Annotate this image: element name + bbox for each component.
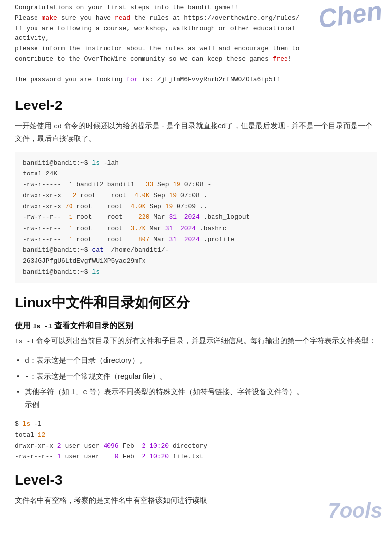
code-year-1: 2024 [184,213,200,221]
code-year-3: 2024 [184,236,200,243]
code-root3a: root root [72,213,138,221]
ls-command-label: ls -l [33,323,52,330]
sub-heading-use-label: 使用 [15,321,33,330]
file-line: -rw-r--r-- [15,453,57,460]
code-n-parent: 70 [65,203,73,210]
code-total: total 24K [23,170,57,177]
code-bash-logout: -rw-r--r-- [23,213,69,221]
ls-sub-heading: 使用 ls -l 查看文件和目录的区别 [15,321,377,331]
terminal-line-1: Congratulations on your first steps into… [15,4,238,11]
ls-l-inline: ls -l [15,338,34,345]
code-file-dash: -rw-r----- 1 bandit2 bandit1 [23,181,142,188]
cd-code: cd [54,123,62,130]
code-root2a: root root [72,203,130,210]
code-size-4: 220 [138,213,149,221]
dollar-sign: $ [15,420,23,428]
ls-flag: -l [30,420,41,428]
dir-date: 2 [138,442,146,450]
code-year1 [177,213,184,221]
code-ls-cmd: ls [92,159,100,167]
level2-code-block: bandit1@bandit:~$ ls -lah total 24K -rw-… [15,152,377,283]
code-root4a: root root [72,225,130,232]
example-code-block: $ ls -l total 12 drwxr-xr-x 2 user user … [15,419,377,462]
code-size-5: 3.7K [130,225,145,232]
bullet-d: d：表示这是一个目录（directory）。 [15,353,377,369]
code-date-3: 19 [165,203,173,210]
dir-feb: Feb [119,442,138,450]
linux-section-heading: Linux中文件和目录如何区分 [15,293,377,312]
code-prompt-2: bandit1@bandit:~$ [23,246,92,254]
bullet-d-code: d [25,357,29,365]
dir-size: 4096 [103,442,118,450]
file-date: 2 [138,453,146,460]
free-highlight: free [273,55,288,63]
code-mar-day1: 31 [169,213,177,221]
terminal-line-3: If you are following a course, workshop,… [15,25,296,32]
sub-heading-rest: 查看文件和目录的区别 [52,321,133,330]
code-cat-cmd: cat [92,246,103,254]
code-dir-cur: drwxr-xr-x [23,192,69,199]
file-count: 1 [57,453,61,460]
dir-line: drwxr-xr-x [15,442,57,450]
bullet-c-code: c [83,388,87,397]
code-size-1: 33 [142,181,153,188]
bullet-dash-code: - [25,373,29,381]
ls-example-cmd: ls [23,420,31,428]
code-mar2: Mar [146,225,165,232]
bullet-other: 其他字符（如 l、c 等）表示不同类型的特殊文件（如符号链接、字符设备文件等）。… [15,384,377,412]
code-profile: -rw-r--r-- [23,236,69,243]
file-user1: user user [61,453,115,460]
for-highlight: for [126,76,138,83]
dir-count: 2 [57,442,61,450]
code-time-3: 07:09 .. [173,203,207,210]
code-fn1: .bash_logout [200,213,249,221]
code-time-2: 07:08 . [177,192,207,199]
dir-name: directory [169,442,207,450]
level3-intro: 文件名中有空格，考察的是文件名中有空格该如何进行读取 [15,494,377,507]
code-dir-parent: drwxr-xr-x [23,203,65,210]
code-size-6: 807 [138,236,149,243]
code-mar1: Mar [149,213,169,221]
terminal-block: Congratulations on your first steps into… [15,0,377,88]
code-mar3: Mar [149,236,169,243]
code-bashrc: -rw-r--r-- [23,225,69,232]
code-mar-day3: 31 [169,236,177,243]
bullet-dash: -：表示这是一个常规文件（regular file）。 [15,369,377,384]
page-container: Chen Congratulations on your first steps… [0,0,392,532]
terminal-line-6: contribute to the OverTheWire community … [15,55,292,63]
code-year3 [177,236,184,243]
code-size-3: 4.0K [130,203,145,210]
terminal-line-2: Please make sure you have read the rules… [15,14,299,22]
code-fn2: .bashrc [196,225,226,232]
terminal-line-4: activity, [15,35,49,42]
level2-heading: Level-2 [15,98,377,113]
bullet-l-code: l [71,388,75,397]
code-date-2: 19 [169,192,177,199]
file-time: 10:20 [149,453,169,460]
code-size-2: 4.0K [134,192,149,199]
code-fn3: .profile [200,236,234,243]
total-num: 12 [38,431,46,439]
file-size: 0 [115,453,119,460]
code-sep-1: Sep [153,181,173,188]
level2-intro: 一开始使用 cd 命令的时候还以为给的提示是 - 是个目录就直接cd了，但是最后… [15,119,377,145]
level3-heading: Level-3 [15,472,377,488]
code-ls2: ls [92,268,100,276]
dir-user1: user user [61,442,104,450]
code-time-1: 07:08 - [180,181,211,188]
code-n-cur: 2 [69,192,77,199]
file-feb: Feb [119,453,138,460]
code-prompt-3: bandit1@bandit:~$ [23,268,92,276]
code-mar-day2: 31 [165,225,173,232]
total-line: total [15,431,38,439]
code-sep-3: Sep [146,203,165,210]
dir-time: 10:20 [149,442,169,450]
code-ls-args: -lah [100,159,119,167]
code-year-2: 2024 [180,225,196,232]
code-password-output: 263JGJPfgU6LtdEvgfWU1XP5yac29mFx [23,257,146,265]
file-time-sep [145,453,149,460]
code-root5a: root root [72,236,138,243]
read-highlight: read [115,14,130,22]
code-sep-2: Sep [149,192,169,199]
file-name: file.txt [169,453,203,460]
